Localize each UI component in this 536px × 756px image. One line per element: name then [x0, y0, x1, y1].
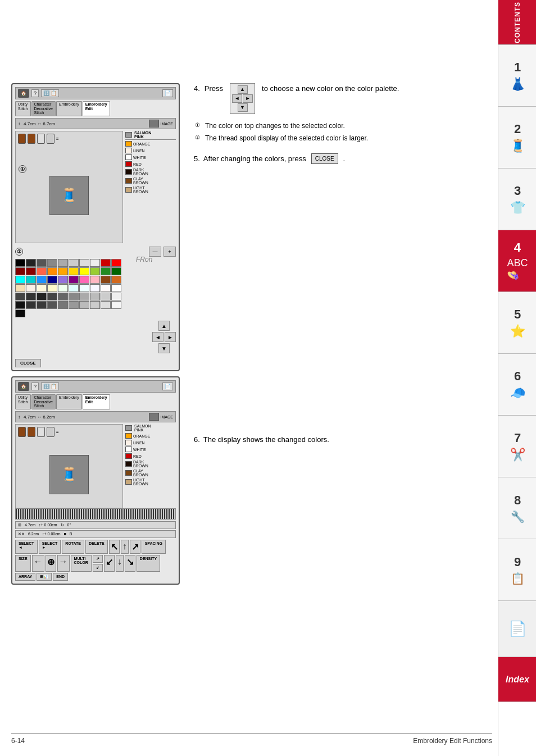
screen2-home-icon[interactable]: 🏠	[18, 382, 29, 391]
sidebar-tab-notes[interactable]: 📄	[498, 601, 536, 657]
step5-period: .	[343, 153, 346, 165]
nav-arrows-screen1: ▲ ◄ ► ▼	[152, 321, 176, 353]
sidebar-tab-1[interactable]: 1 👗	[498, 45, 536, 107]
screen1-canvas: ≡ ① 🧵	[15, 131, 123, 243]
screen1-header: 🏠 ? 🔢📋 📄	[15, 87, 176, 99]
footer-page-number: 6-14	[11, 737, 25, 745]
sidebar-tab-4[interactable]: 4 ABC👒	[498, 230, 536, 292]
screen2-tabs: UtilityStitch CharacterDecorativeStitch …	[15, 394, 176, 409]
move-down-button[interactable]: ↓	[116, 555, 124, 572]
screen1-lower: ② — +	[15, 247, 176, 367]
arrow-graphic: ▲ ◄ ► ▼	[230, 83, 255, 114]
resize-bl-button[interactable]: ↙	[104, 555, 115, 572]
step4-note2: The thread spool display of the selected…	[205, 133, 491, 143]
sidebar-tab-index[interactable]: Index	[498, 657, 536, 702]
move-left-button[interactable]: ←	[32, 555, 44, 572]
move-up-button[interactable]: ↑	[121, 540, 129, 554]
spacing-button[interactable]: SPACING	[142, 540, 166, 554]
sidebar-tab-6[interactable]: 6 🧢	[498, 354, 536, 416]
sidebar-tab-7[interactable]: 7 ✂️	[498, 416, 536, 477]
step6: 6. The display shows the changed colors.	[194, 434, 491, 445]
contents-label: CONTENTS	[514, 2, 521, 43]
multi-color-button[interactable]: MULTICOLOR	[71, 555, 92, 572]
step5-number: 5.	[194, 153, 200, 165]
screen2-color-list: SALMONPINK ORANGE LINEN WHITE	[125, 424, 176, 508]
sidebar-tab-5[interactable]: 5 ⭐	[498, 292, 536, 354]
screen2-stitch-preview	[15, 508, 176, 520]
scale-up-button[interactable]: ↗	[93, 555, 103, 563]
up-arrow-btn[interactable]: ▲	[158, 321, 170, 331]
step4-note1: The color on top changes to the selected…	[205, 121, 491, 131]
screen1-tabs: UtilityStitch CharacterDecorativeStitch …	[15, 101, 176, 116]
screen2-mockup: 🏠 ? 🔢📋 📄 UtilityStitch CharacterDecorati…	[11, 376, 180, 585]
screen1-measure-bar: ↕ 4.7cm ↔ 6.7cm IMAGE	[15, 118, 176, 129]
rotate-button[interactable]: ROTATE	[62, 540, 84, 554]
instructions-area: 4. Press ▲ ◄ ► ▼ to choose a new color o…	[194, 83, 491, 455]
select-right-button[interactable]: SELECT►	[39, 540, 61, 554]
resize-tl-button[interactable]: ↖	[109, 540, 120, 554]
screen1-close-button[interactable]: CLOSE	[15, 359, 41, 367]
sidebar-tab-3[interactable]: 3 👕	[498, 168, 536, 230]
screen2-params: ⊞ 4.7cm ↕+ 0.00cm ↻ 0°	[15, 521, 176, 529]
resize-br-button[interactable]: ↘	[125, 555, 135, 572]
screen1-container: 🏠 ? 🔢📋 📄 UtilityStitch CharacterDecorati…	[11, 83, 183, 382]
screen2-body: ≡ 🧵 SALMONPINK ORANGE	[15, 424, 176, 508]
right-arrow-btn[interactable]: ►	[165, 332, 176, 342]
screen1-mockup: 🏠 ? 🔢📋 📄 UtilityStitch CharacterDecorati…	[11, 83, 180, 371]
left-arrow-btn[interactable]: ◄	[152, 332, 163, 342]
screen2-header: 🏠 ? 🔢📋 📄	[15, 380, 176, 393]
scale-down-button[interactable]: ↙	[93, 564, 103, 572]
combine-button[interactable]: ⊞📊	[37, 573, 52, 581]
step6-text: The display shows the changed colors.	[203, 434, 329, 445]
step4-press-text: Press	[205, 83, 223, 94]
step4-text2: to choose a new color on the color palet…	[262, 83, 399, 94]
step6-number: 6.	[194, 434, 200, 445]
select-left-button[interactable]: SELECT◄	[15, 540, 38, 554]
step4-number: 4.	[194, 83, 200, 94]
screen2-container: 🏠 ? 🔢📋 📄 UtilityStitch CharacterDecorati…	[11, 376, 183, 596]
screen2-canvas: ≡ 🧵	[15, 424, 123, 508]
sidebar-tab-2[interactable]: 2 🧵	[498, 107, 536, 168]
step4: 4. Press ▲ ◄ ► ▼ to choose a new color o…	[194, 83, 491, 143]
end-button[interactable]: END	[53, 573, 68, 581]
main-content: 🏠 ? 🔢📋 📄 UtilityStitch CharacterDecorati…	[0, 0, 498, 756]
screen1-home-icon[interactable]: 🏠	[18, 89, 29, 98]
from-label: FRon	[136, 256, 152, 263]
array-button[interactable]: ARRAY	[15, 573, 35, 581]
step5: 5. After changing the colors, press CLOS…	[194, 153, 491, 165]
size-button[interactable]: SIZE	[15, 555, 31, 572]
step5-text: After changing the colors, press	[203, 153, 306, 165]
page-footer: 6-14 Embroidery Edit Functions	[11, 733, 492, 745]
screen1-color-list: SALMONPINK ORANGE LINEN WHITE	[125, 131, 176, 243]
color-palette-grid	[15, 259, 176, 317]
resize-tr-button[interactable]: ↗	[130, 540, 140, 554]
sidebar: CONTENTS 1 👗 2 🧵 3 👕 4 ABC👒 5 ⭐ 6	[498, 0, 536, 756]
step5-close-button[interactable]: CLOSE	[311, 153, 338, 164]
center-button[interactable]: ⊕	[46, 555, 56, 572]
screen2-params2: ✕✕ 6.2cm ↕+ 0.00cm ■ B	[15, 530, 176, 538]
screen1-body: ≡ ① 🧵 SALMONPINK ORANGE	[15, 131, 176, 243]
delete-button[interactable]: DELETE	[85, 540, 108, 554]
sidebar-tab-8[interactable]: 8 🔧	[498, 477, 536, 539]
footer-section-title: Embroidery Edit Functions	[413, 737, 492, 745]
sidebar-contents-tab[interactable]: CONTENTS	[498, 0, 536, 45]
screen2-measure-bar: ↕ 4.7cm ↔ 6.2cm IMAGE	[15, 411, 176, 422]
screen2-toolbar: SELECT◄ SELECT► ROTATE DELETE ↖ ↑ ↗ SPAC…	[15, 540, 176, 581]
density-button[interactable]: DENSITY	[137, 555, 160, 572]
down-arrow-btn[interactable]: ▼	[158, 343, 170, 353]
plus-button[interactable]: +	[163, 247, 176, 257]
move-right-button[interactable]: →	[57, 555, 70, 572]
sidebar-tab-9[interactable]: 9 📋	[498, 539, 536, 601]
